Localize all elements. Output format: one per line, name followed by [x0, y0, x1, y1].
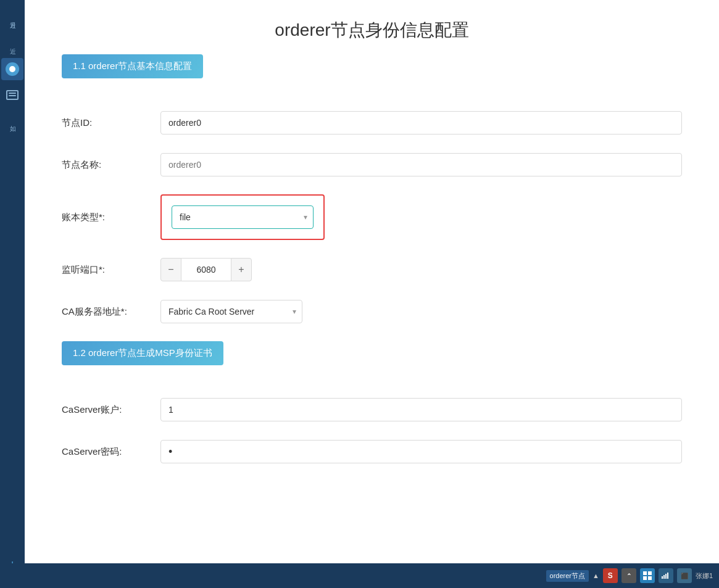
- svg-rect-4: [662, 576, 663, 579]
- sidebar-item-2[interactable]: 近: [1, 32, 23, 54]
- ca-password-label: CaServer密码:: [62, 446, 160, 458]
- ca-password-row: CaServer密码:: [62, 439, 682, 464]
- ledger-type-highlight-box: file leveldb couchdb ▾: [160, 194, 325, 240]
- ca-account-input[interactable]: [160, 398, 682, 421]
- sidebar-item-1[interactable]: 近月: [1, 6, 23, 28]
- node-id-label: 节点ID:: [62, 117, 160, 129]
- sidebar-item-3[interactable]: [1, 58, 23, 80]
- sidebar: 近月 近 如 +: [0, 0, 25, 588]
- ca-password-control: [160, 440, 682, 463]
- port-decrement-button[interactable]: −: [160, 258, 181, 281]
- ca-password-input[interactable]: [160, 440, 682, 463]
- ca-account-control: [160, 398, 682, 421]
- ca-server-row: CA服务器地址*: Fabric Ca Root Server ▾: [62, 299, 682, 324]
- ledger-type-select[interactable]: file leveldb couchdb: [172, 205, 314, 229]
- node-id-row: 节点ID:: [62, 110, 682, 135]
- node-name-row: 节点名称:: [62, 152, 682, 177]
- listen-port-row: 监听端口*: − +: [62, 257, 682, 282]
- port-stepper: − +: [160, 258, 682, 281]
- orderer-tag: orderer节点: [546, 570, 589, 582]
- svg-rect-1: [648, 571, 652, 575]
- ca-account-label: CaServer账户:: [62, 404, 160, 416]
- node-id-input[interactable]: [160, 111, 682, 135]
- ledger-type-label: 账本类型*:: [62, 212, 160, 223]
- ca-server-select[interactable]: Fabric Ca Root Server: [160, 300, 302, 323]
- svg-rect-7: [667, 573, 668, 579]
- node-id-control: [160, 111, 682, 135]
- section2-header-area: 1.2 orderer节点生成MSP身份证书: [62, 341, 682, 383]
- taskbar-icon-screen[interactable]: ⬛: [677, 568, 692, 583]
- taskbar: orderer节点 ▲ S ⌃ ⬛ 张娜1: [0, 563, 719, 588]
- section1-header-area: 1.1 orderer节点基本信息配置: [62, 54, 682, 96]
- section2-header: 1.2 orderer节点生成MSP身份证书: [62, 341, 223, 365]
- port-increment-button[interactable]: +: [231, 258, 252, 281]
- taskbar-username: 张娜1: [696, 571, 713, 581]
- svg-rect-2: [643, 576, 647, 580]
- sidebar-item-5[interactable]: 如: [1, 110, 23, 132]
- taskbar-icon-caret[interactable]: ⌃: [621, 568, 636, 583]
- page-title: orderer节点身份信息配置: [62, 19, 682, 42]
- ledger-type-dropdown-wrapper: file leveldb couchdb ▾: [172, 205, 314, 229]
- ca-server-label: CA服务器地址*:: [62, 306, 160, 318]
- svg-rect-6: [665, 574, 667, 579]
- ca-server-dropdown-wrapper: Fabric Ca Root Server ▾: [160, 300, 302, 323]
- svg-rect-0: [643, 571, 647, 575]
- taskbar-icon-s[interactable]: S: [603, 568, 618, 583]
- taskbar-icon-grid[interactable]: [640, 568, 655, 583]
- node-name-input[interactable]: [160, 153, 682, 176]
- svg-rect-5: [663, 575, 665, 579]
- ledger-type-row: 账本类型*: file leveldb couchdb ▾: [62, 194, 682, 240]
- page-title-area: orderer节点身份信息配置: [25, 0, 719, 54]
- main-content: orderer节点身份信息配置 1.1 orderer节点基本信息配置 节点ID…: [25, 0, 719, 588]
- sidebar-item-4[interactable]: [1, 84, 23, 106]
- node-name-control: [160, 153, 682, 176]
- node-name-label: 节点名称:: [62, 159, 160, 171]
- ledger-type-control: file leveldb couchdb ▾: [160, 194, 682, 240]
- listen-port-label: 监听端口*:: [62, 264, 160, 276]
- port-input[interactable]: [181, 258, 231, 281]
- svg-rect-3: [648, 576, 652, 580]
- taskbar-arrow: ▲: [592, 572, 599, 579]
- taskbar-icon-network[interactable]: [659, 568, 673, 583]
- listen-port-control: − +: [160, 258, 682, 281]
- ca-server-control: Fabric Ca Root Server ▾: [160, 300, 682, 323]
- ca-account-row: CaServer账户:: [62, 397, 682, 422]
- content-area: 1.1 orderer节点基本信息配置 节点ID: 节点名称: 账本类型*:: [25, 54, 719, 588]
- section1-header: 1.1 orderer节点基本信息配置: [62, 54, 203, 78]
